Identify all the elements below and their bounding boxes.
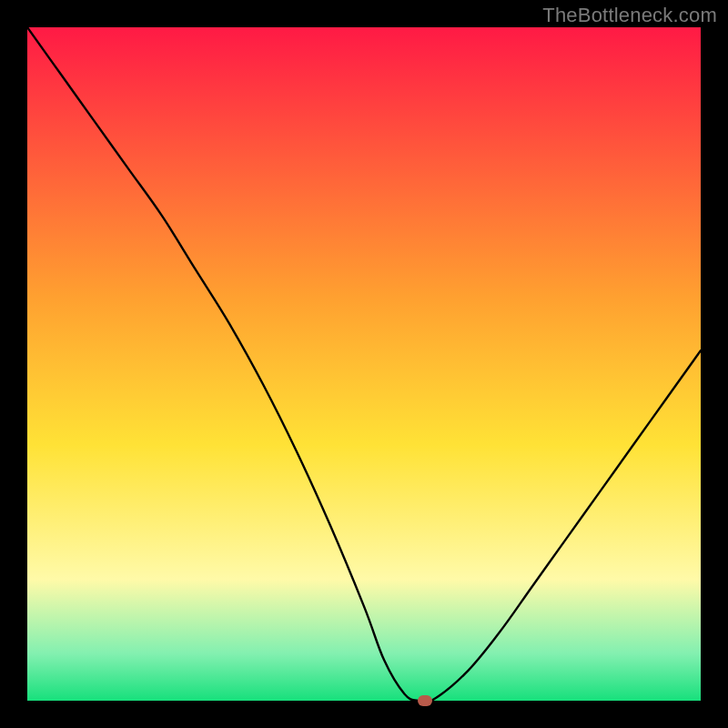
curve-svg [27, 27, 701, 701]
bottleneck-curve [27, 27, 701, 701]
watermark-text: TheBottleneck.com [542, 4, 717, 27]
plot-area [27, 27, 701, 701]
chart-frame: TheBottleneck.com [0, 0, 728, 728]
selection-marker [418, 695, 432, 706]
